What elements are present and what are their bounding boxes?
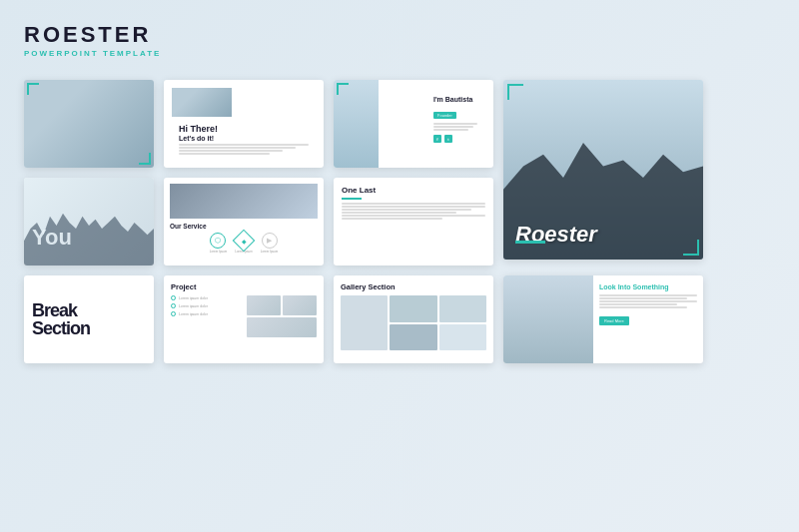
gallery-title: Gallery Section [341,282,486,291]
gallery-img-2 [390,295,436,322]
brand-subtitle: POWERPOINT TEMPLATE [24,49,161,58]
gallery-img-3 [439,295,486,322]
project-img-2 [283,295,317,315]
social-icons: f t [433,135,477,143]
project-list: Lorem ipsum dolor Lorem ipsum dolor Lore… [171,295,243,337]
hithere-subtitle: Let's do it! [179,135,309,142]
brand-title: ROESTER [24,22,161,48]
project-dot-1 [171,295,176,300]
service-icon-3: ▶ [262,233,278,249]
onelast-text-lines [342,203,485,220]
slide-hero[interactable]: Roester [503,80,703,260]
service-label-1: Lorem Ipsum [210,250,228,254]
slide-bautista[interactable]: I'm Bautista Founder f t [334,80,493,168]
project-item-2: Lorem ipsum dolor [171,303,243,308]
project-item-text-3: Lorem ipsum dolor [179,312,208,316]
service-icon-1: ⬡ [210,233,226,249]
slide-break[interactable]: Break Section [24,275,154,363]
main-container: ROESTER POWERPOINT TEMPLATE Hi There! Le… [0,0,799,532]
look-text-lines [599,294,697,308]
look-title: Look Into Something [599,283,697,291]
onelast-accent-line [342,198,362,200]
project-dot-3 [171,311,176,316]
look-content: Look Into Something Read More [593,275,703,363]
gallery-img-4 [390,324,436,351]
slide-look[interactable]: Look Into Something Read More [503,275,703,363]
gallery-img-tall [341,295,388,350]
hero-title: Roester [515,222,597,248]
slides-grid: Hi There! Let's do it! I'm Bautista Foun… [24,80,775,363]
project-images [247,295,317,337]
slide-gallery[interactable]: Gallery Section [334,275,493,363]
header-branding: ROESTER POWERPOINT TEMPLATE [24,22,161,58]
service-icon-2: ◆ [233,230,256,253]
project-img-3 [247,317,317,337]
slide-service[interactable]: Our Service ⬡ Lorem Ipsum ◆ Lorem Ipsum [164,178,324,266]
hero-accent-bar [515,241,545,244]
hero-corner-br [683,240,699,256]
hithere-title: Hi There! [179,124,309,135]
gallery-img-5 [439,324,486,351]
break-title-line1: Break [32,301,146,319]
onelast-title: One Last [342,186,485,195]
slide-intro-img[interactable] [24,80,154,168]
look-button[interactable]: Read More [599,316,629,325]
break-title-line2: Section [32,319,146,337]
project-item-1: Lorem ipsum dolor [171,295,243,300]
service-icons-row: ⬡ Lorem Ipsum ◆ Lorem Ipsum ▶ Lorem Ipsu… [170,233,318,254]
you-text: You [32,225,72,251]
hithere-text-lines [179,144,309,155]
project-item-text-1: Lorem ipsum dolor [179,296,208,300]
bautista-text-lines [433,123,477,131]
look-image [503,275,593,363]
project-dot-2 [171,303,176,308]
slide-hithere[interactable]: Hi There! Let's do it! [164,80,324,168]
service-image [170,184,318,219]
project-layout: Lorem ipsum dolor Lorem ipsum dolor Lore… [171,295,317,337]
slide-onelast[interactable]: One Last [334,178,493,266]
project-item-3: Lorem ipsum dolor [171,311,243,316]
bautista-title: I'm Bautista [433,96,477,103]
service-label-3: Lorem Ipsum [261,250,279,254]
hero-corner-tl [507,84,523,100]
bautista-badge: Founder [433,112,456,119]
hithere-image [172,88,232,117]
slide-project[interactable]: Project Lorem ipsum dolor Lorem ipsum do… [164,275,324,363]
bautista-image [334,80,379,168]
project-title: Project [171,282,317,291]
project-img-1 [247,295,281,315]
gallery-grid [341,295,486,350]
project-item-text-2: Lorem ipsum dolor [179,304,208,308]
slide-you[interactable]: You [24,178,154,266]
